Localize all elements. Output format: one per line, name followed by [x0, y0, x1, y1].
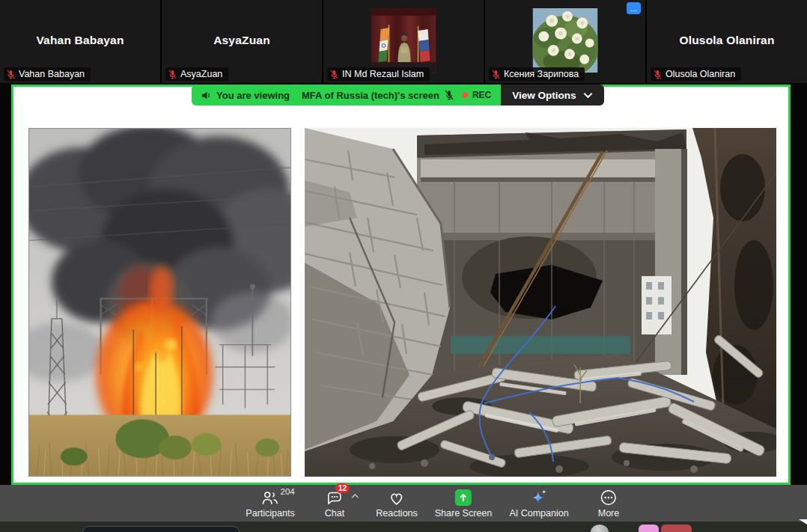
name-tag-label: Ксения Зарипова	[504, 69, 579, 79]
screen-share-banner: You are viewing MFA of Russia (tech)'s s…	[192, 85, 604, 106]
tile-asyazuan[interactable]: AsyaZuan AsyaZuan	[162, 0, 322, 83]
participant-name: AsyaZuan	[213, 33, 270, 46]
share-screen-button[interactable]: Share Screen	[435, 489, 492, 519]
tile-olusola-olaniran[interactable]: Olusola Olaniran Olusola Olaniran	[647, 0, 807, 83]
corner-notch	[799, 519, 807, 525]
participant-name: Vahan Babayan	[36, 33, 124, 46]
mic-muted-icon	[168, 70, 177, 79]
ai-companion-sparkle-icon	[530, 489, 549, 507]
chat-label: Chat	[325, 508, 344, 519]
viewing-banner: You are viewing MFA of Russia (tech)'s s…	[192, 85, 501, 106]
tile-more-button[interactable]: ...	[627, 2, 641, 14]
speaker-icon	[201, 90, 212, 101]
reactions-label: Reactions	[376, 508, 418, 519]
zoom-meeting-window: Vahan Babayan Vahan Babayan AsyaZuan Asy…	[0, 0, 807, 532]
name-tag: Ксения Зарипова	[489, 67, 585, 81]
rec-label: REC	[472, 90, 491, 100]
share-screen-label: Share Screen	[435, 508, 492, 519]
photo-substation-fire	[28, 128, 291, 477]
tile-vahan-babayan[interactable]: Vahan Babayan Vahan Babayan	[0, 0, 160, 83]
participants-count: 204	[281, 487, 295, 496]
taskbar-app-icon-red[interactable]	[661, 525, 692, 532]
participants-icon	[261, 489, 280, 507]
chat-icon-row: 12	[326, 489, 344, 507]
name-tag-label: Vahan Babayan	[19, 69, 85, 79]
more-icon-row	[600, 489, 618, 507]
name-tag: Olusola Olaniran	[651, 67, 741, 81]
video-man-between-flags	[371, 8, 436, 73]
participant-strip: Vahan Babayan Vahan Babayan AsyaZuan Asy…	[0, 0, 807, 83]
chevron-up-icon[interactable]	[351, 493, 359, 499]
ellipsis-circle-icon	[600, 489, 618, 507]
photo-art	[305, 128, 776, 477]
mic-muted-icon	[491, 70, 501, 79]
ai-companion-button[interactable]: AI Companion	[509, 489, 568, 519]
video-art	[533, 8, 598, 73]
name-tag-label: Olusola Olaniran	[666, 69, 735, 79]
mic-muted-icon	[329, 70, 339, 79]
heart-icon	[388, 489, 406, 507]
chat-button[interactable]: 12 Chat	[325, 489, 344, 519]
view-options-button[interactable]: View Options	[501, 85, 603, 106]
more-button[interactable]: More	[598, 489, 619, 519]
mic-muted-icon	[653, 70, 663, 79]
arrow-up-icon	[458, 492, 469, 503]
name-tag-label: AsyaZuan	[180, 69, 222, 79]
name-tag: AsyaZuan	[165, 67, 228, 81]
taskbar-search-bar[interactable]	[82, 526, 240, 532]
view-options-label: View Options	[512, 90, 576, 101]
recording-dot	[462, 92, 468, 98]
viewing-text: You are viewing	[216, 90, 290, 101]
ai-companion-icon-row	[530, 489, 549, 507]
video-art	[371, 8, 436, 73]
photo-destroyed-building	[305, 128, 776, 477]
participants-icon-row: 204	[261, 489, 280, 507]
screen-owner-text: MFA of Russia (tech)'s screen	[302, 90, 439, 101]
taskbar-app-icon-gray[interactable]	[591, 525, 609, 532]
shared-screen-area	[11, 85, 791, 485]
tile-in-md-rezaul-islam[interactable]: IN Md Rezaul Islam	[323, 0, 484, 83]
chat-badge: 12	[335, 483, 350, 493]
participants-button[interactable]: 204 Participants	[246, 489, 294, 519]
photo-art	[29, 129, 290, 476]
chevron-down-icon	[583, 92, 593, 99]
desktop-taskbar-sliver	[0, 522, 807, 532]
name-tag-label: IN Md Rezaul Islam	[342, 69, 424, 79]
reactions-button[interactable]: Reactions	[376, 489, 418, 519]
mic-muted-icon	[6, 70, 16, 79]
tile-ksenia-zaripova[interactable]: ... Ксения Зарипова	[485, 0, 645, 83]
name-tag: Vahan Babayan	[4, 67, 91, 81]
ai-companion-label: AI Companion	[509, 508, 568, 519]
video-white-flowers	[533, 8, 598, 73]
name-tag: IN Md Rezaul Islam	[327, 67, 430, 81]
reactions-icon-row	[388, 489, 406, 507]
more-label: More	[598, 508, 619, 519]
share-screen-icon-row	[455, 489, 472, 507]
meeting-toolbar: 204 Participants 12 Chat	[0, 485, 807, 522]
participant-name: Olusola Olaniran	[679, 33, 774, 46]
taskbar-app-icon-pink[interactable]	[639, 525, 659, 532]
participants-label: Participants	[246, 508, 294, 519]
mic-muted-icon	[444, 90, 454, 100]
share-screen-icon	[455, 489, 472, 506]
